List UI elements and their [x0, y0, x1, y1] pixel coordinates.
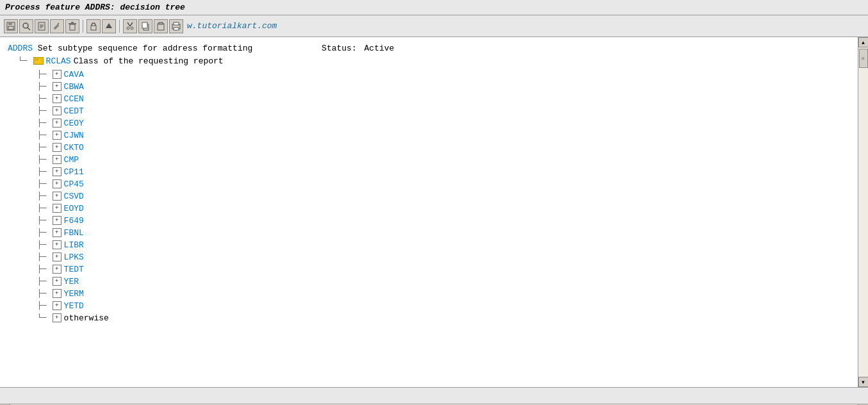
scroll-grip: ≡ — [862, 56, 865, 62]
vertical-scrollbar[interactable]: ▲ ≡ ▼ — [858, 37, 868, 387]
scroll-down-arrow[interactable]: ▼ — [858, 377, 869, 387]
root-key: ADDRS — [8, 44, 33, 53]
label-cedt: CEDT — [64, 106, 84, 116]
sep2 — [119, 20, 120, 33]
tree-node-cedt: ├─ + CEDT — [37, 105, 850, 117]
expand-icon-libr[interactable]: + — [53, 240, 61, 249]
label-cp45: CP45 — [64, 179, 84, 189]
label-cp11: CP11 — [64, 167, 84, 177]
scroll-thumb[interactable]: ≡ — [859, 49, 868, 68]
expand-icon-f649[interactable]: + — [53, 216, 61, 225]
expand-icon-cedt[interactable]: + — [53, 106, 61, 115]
label-cjwn: CJWN — [64, 131, 84, 140]
expand-icon-eoyd[interactable]: + — [53, 204, 61, 213]
rclas-folder-icon[interactable] — [33, 57, 44, 65]
expand-icon-otherwise[interactable]: + — [53, 313, 61, 322]
expand-icon-cp45[interactable]: + — [53, 179, 61, 188]
rclas-children: ├─ + CAVA ├─ + CBWA ├─ + CCEN — [37, 69, 850, 324]
tree-node-cmp: ├─ + CMP — [37, 154, 850, 165]
paste-icon-btn[interactable] — [154, 19, 168, 33]
tree-node-lpks: ├─ + LPKS — [37, 251, 850, 263]
expand-icon-cjwn[interactable]: + — [53, 131, 61, 140]
svg-line-15 — [127, 22, 130, 26]
label-otherwise: otherwise — [64, 313, 109, 323]
title-bar: Process feature ADDRS: decision tree — [0, 0, 868, 15]
tree-node-f649: ├─ + F649 — [37, 215, 850, 226]
lock-icon-btn[interactable] — [86, 19, 101, 33]
svg-rect-27 — [35, 59, 38, 60]
label-yer: YER — [64, 277, 79, 286]
svg-point-3 — [23, 23, 28, 28]
new-icon-btn[interactable] — [35, 19, 49, 33]
svg-marker-14 — [106, 23, 112, 28]
svg-rect-10 — [70, 24, 75, 30]
tree-node-cp11: ├─ + CP11 — [37, 166, 850, 178]
label-ccen: CCEN — [64, 94, 84, 104]
svg-rect-2 — [8, 26, 13, 29]
label-libr: LIBR — [64, 240, 84, 250]
expand-icon-csvd[interactable]: + — [53, 192, 61, 201]
label-ceoy: CEOY — [64, 119, 84, 128]
label-yerm: YERM — [64, 289, 84, 299]
rclas-node: └─ RCLAS Class of the requesting report — [18, 54, 850, 67]
zoom-icon-btn[interactable] — [19, 19, 33, 33]
expand-icon-yerm[interactable]: + — [53, 289, 61, 298]
root-node: ADDRS Set subtype sequence for address f… — [8, 44, 850, 53]
label-ckto: CKTO — [64, 143, 84, 153]
tree-node-libr: ├─ + LIBR — [37, 239, 850, 251]
label-csvd: CSVD — [64, 192, 84, 201]
expand-icon-cp11[interactable]: + — [53, 167, 61, 176]
rclas-key: RCLAS — [46, 56, 71, 66]
scroll-track[interactable]: ≡ — [858, 47, 869, 377]
rclas-desc: Class of the requesting report — [74, 56, 224, 66]
status-label: Status: — [322, 44, 357, 53]
status-group: Status: Active — [322, 44, 394, 53]
expand-icon-yetd[interactable]: + — [53, 301, 61, 310]
label-yetd: YETD — [64, 301, 84, 311]
svg-rect-25 — [174, 28, 179, 30]
tree-node-ccen: ├─ + CCEN — [37, 93, 850, 104]
save-icon-btn[interactable] — [4, 19, 18, 33]
expand-icon-cmp[interactable]: + — [53, 155, 61, 164]
edit-icon-btn[interactable] — [50, 19, 64, 33]
tree-node-cava: ├─ + CAVA — [37, 69, 850, 80]
root-desc-text: Set subtype sequence for address formatt… — [38, 44, 252, 53]
label-cbwa: CBWA — [64, 82, 84, 92]
toolbar: w.tutorialkart.com — [0, 15, 868, 37]
svg-point-17 — [127, 27, 129, 29]
tree-node-otherwise: └─ + otherwise — [37, 312, 850, 324]
copy-icon-btn[interactable] — [138, 19, 152, 33]
tree-node-cjwn: ├─ + CJWN — [37, 129, 850, 141]
up-icon-btn[interactable] — [102, 19, 116, 33]
cut-icon-btn[interactable] — [123, 19, 137, 33]
expand-icon-cbwa[interactable]: + — [53, 82, 61, 91]
expand-icon-yer[interactable]: + — [53, 277, 61, 286]
expand-icon-lpks[interactable]: + — [53, 252, 61, 261]
tree-node-yer: ├─ + YER — [37, 276, 850, 287]
expand-icon-fbnl[interactable]: + — [53, 228, 61, 237]
tree-node-cp45: ├─ + CP45 — [37, 178, 850, 190]
print-icon-btn[interactable] — [169, 19, 183, 33]
svg-rect-1 — [8, 22, 12, 25]
label-eoyd: EOYD — [64, 204, 84, 213]
toolbar-watermark: w.tutorialkart.com — [187, 21, 277, 31]
expand-icon-ckto[interactable]: + — [53, 143, 61, 152]
label-f649: F649 — [64, 216, 84, 226]
expand-icon-cava[interactable]: + — [53, 70, 61, 79]
expand-icon-tedt[interactable]: + — [53, 265, 61, 274]
svg-rect-13 — [91, 26, 96, 30]
tree-node-tedt: ├─ + TEDT — [37, 263, 850, 275]
main-area: ADDRS Set subtype sequence for address f… — [0, 37, 868, 387]
tree-node-eoyd: ├─ + EOYD — [37, 202, 850, 214]
expand-icon-ccen[interactable]: + — [53, 94, 61, 103]
scroll-up-arrow[interactable]: ▲ — [858, 37, 869, 47]
svg-rect-20 — [142, 22, 147, 28]
tree-node-fbnl: ├─ + FBNL — [37, 227, 850, 238]
tree-node-cbwa: ├─ + CBWA — [37, 81, 850, 92]
label-fbnl: FBNL — [64, 228, 84, 238]
delete-icon-btn[interactable] — [65, 19, 79, 33]
tree-node-ckto: ├─ + CKTO — [37, 142, 850, 153]
tree-node-ceoy: ├─ + CEOY — [37, 117, 850, 129]
content-area: ADDRS Set subtype sequence for address f… — [0, 37, 858, 387]
expand-icon-ceoy[interactable]: + — [53, 119, 61, 128]
